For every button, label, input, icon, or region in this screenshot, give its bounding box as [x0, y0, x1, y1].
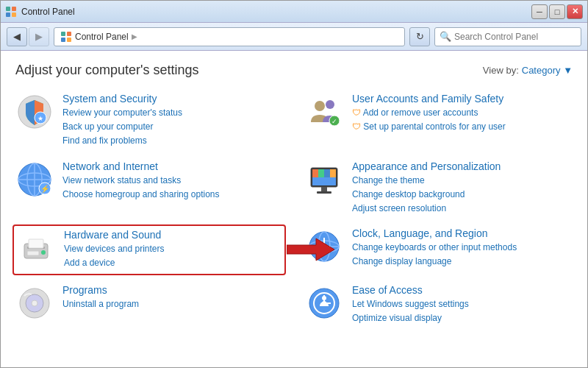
- svg-rect-24: [312, 169, 318, 177]
- hardware-sound-title[interactable]: Hardware and Sound: [64, 229, 282, 241]
- programs-text: Programs Uninstall a program: [62, 284, 283, 311]
- category-hardware-sound: Hardware and Sound View devices and prin…: [12, 224, 286, 275]
- view-by-label: View by:: [483, 65, 519, 76]
- svg-point-12: [326, 100, 334, 109]
- link-add-device[interactable]: Add a device: [64, 256, 282, 270]
- link-theme[interactable]: Change the theme: [352, 174, 573, 188]
- page-title: Adjust your computer's settings: [15, 63, 199, 78]
- svg-rect-27: [330, 169, 336, 177]
- programs-title[interactable]: Programs: [62, 284, 283, 296]
- network-icon: ⚡: [15, 160, 54, 199]
- svg-point-11: [315, 101, 325, 111]
- category-clock-language: Clock, Language, and Region Change keybo…: [305, 227, 573, 272]
- link-suggest-settings[interactable]: Let Windows suggest settings: [352, 297, 573, 311]
- user-accounts-text: User Accounts and Family Safety 🛡 Add or…: [352, 93, 573, 134]
- ease-access-title[interactable]: Ease of Access: [352, 284, 573, 296]
- network-title[interactable]: Network and Internet: [62, 160, 283, 172]
- system-security-icon: ★: [15, 93, 54, 131]
- svg-rect-7: [67, 38, 71, 42]
- maximize-button[interactable]: □: [549, 4, 565, 19]
- user-accounts-icon: ✓: [305, 93, 343, 131]
- svg-rect-4: [61, 32, 65, 36]
- link-view-devices[interactable]: View devices and printers: [64, 242, 282, 256]
- svg-rect-6: [61, 38, 65, 42]
- window-controls: ─ □ ✕: [531, 4, 583, 19]
- svg-point-52: [322, 296, 326, 300]
- link-fix-problems[interactable]: Find and fix problems: [62, 134, 283, 148]
- title-bar: Control Panel ─ □ ✕: [1, 1, 587, 23]
- link-add-users[interactable]: 🛡 Add or remove user accounts: [352, 106, 573, 120]
- page-header: Adjust your computer's settings View by:…: [15, 63, 573, 78]
- svg-text:⚡: ⚡: [40, 184, 50, 194]
- forward-button[interactable]: ▶: [29, 27, 49, 46]
- svg-rect-1: [12, 7, 16, 11]
- svg-point-35: [41, 250, 46, 255]
- search-icon: 🔍: [440, 31, 451, 42]
- refresh-button[interactable]: ↻: [409, 27, 430, 46]
- category-ease-access: Ease of Access Let Windows suggest setti…: [305, 284, 573, 325]
- svg-rect-26: [324, 169, 330, 177]
- svg-rect-0: [6, 7, 10, 11]
- path-cp-icon: [60, 31, 72, 43]
- user-accounts-title[interactable]: User Accounts and Family Safety: [352, 93, 573, 105]
- link-display-language[interactable]: Change display language: [352, 255, 573, 269]
- link-optimize-display[interactable]: Optimize visual display: [352, 311, 573, 325]
- path-label: Control Panel: [75, 32, 129, 42]
- ease-access-text: Ease of Access Let Windows suggest setti…: [352, 284, 573, 325]
- control-panel-icon: [5, 6, 17, 18]
- appearance-text: Appearance and Personalization Change th…: [352, 160, 573, 216]
- link-uninstall[interactable]: Uninstall a program: [62, 297, 283, 311]
- link-network-status[interactable]: View network status and tasks: [62, 174, 283, 188]
- svg-rect-2: [6, 13, 10, 17]
- path-arrow: ▶: [132, 32, 137, 40]
- search-input[interactable]: [454, 32, 576, 42]
- programs-icon: [15, 284, 54, 322]
- svg-rect-34: [29, 239, 43, 248]
- link-backup[interactable]: Back up your computer: [62, 120, 283, 134]
- appearance-title[interactable]: Appearance and Personalization: [352, 160, 573, 172]
- link-desktop-bg[interactable]: Change desktop background: [352, 188, 573, 202]
- svg-rect-25: [318, 169, 324, 177]
- hardware-row-container: Hardware and Sound View devices and prin…: [15, 227, 283, 272]
- category-appearance: Appearance and Personalization Change th…: [305, 160, 573, 216]
- category-user-accounts: ✓ User Accounts and Family Safety 🛡 Add …: [305, 93, 573, 149]
- minimize-button[interactable]: ─: [531, 4, 548, 19]
- hardware-sound-text: Hardware and Sound View devices and prin…: [64, 229, 282, 270]
- red-arrow: [287, 235, 334, 264]
- svg-rect-29: [321, 187, 327, 191]
- clock-language-title[interactable]: Clock, Language, and Region: [352, 227, 573, 239]
- view-by-dropdown[interactable]: Category ▼: [522, 65, 573, 76]
- categories-grid: ★ System and Security Review your comput…: [15, 93, 573, 325]
- window-title: Control Panel: [21, 7, 75, 17]
- network-text: Network and Internet View network status…: [62, 160, 283, 202]
- address-bar: ◀ ▶ Control Panel ▶ ↻ 🔍: [1, 23, 587, 51]
- clock-language-text: Clock, Language, and Region Change keybo…: [352, 227, 573, 269]
- svg-point-46: [32, 300, 37, 306]
- appearance-icon: [305, 160, 343, 199]
- main-content: Adjust your computer's settings View by:…: [1, 51, 587, 337]
- link-parental-controls[interactable]: 🛡 Set up parental controls for any user: [352, 120, 573, 134]
- svg-rect-28: [312, 177, 336, 185]
- search-box[interactable]: 🔍: [434, 27, 581, 46]
- svg-marker-36: [287, 238, 334, 261]
- system-security-title[interactable]: System and Security: [62, 93, 283, 105]
- link-homegroup[interactable]: Choose homegroup and sharing options: [62, 188, 283, 202]
- address-path-box[interactable]: Control Panel ▶: [54, 27, 405, 46]
- svg-text:✓: ✓: [331, 118, 337, 125]
- close-button[interactable]: ✕: [567, 4, 583, 19]
- link-screen-res[interactable]: Adjust screen resolution: [352, 202, 573, 216]
- category-network: ⚡ Network and Internet View network stat…: [15, 160, 283, 216]
- svg-rect-3: [12, 13, 16, 17]
- svg-rect-5: [67, 32, 71, 36]
- category-system-security: ★ System and Security Review your comput…: [15, 93, 283, 149]
- link-review-status[interactable]: Review your computer's status: [62, 106, 283, 120]
- ease-access-icon: [305, 284, 343, 322]
- view-by: View by: Category ▼: [483, 65, 573, 76]
- link-keyboards[interactable]: Change keyboards or other input methods: [352, 241, 573, 255]
- svg-rect-33: [27, 251, 39, 255]
- refresh-icon: ↻: [416, 31, 424, 42]
- svg-rect-30: [317, 191, 331, 194]
- back-button[interactable]: ◀: [7, 27, 27, 46]
- category-programs: Programs Uninstall a program: [15, 284, 283, 325]
- svg-text:★: ★: [37, 115, 43, 122]
